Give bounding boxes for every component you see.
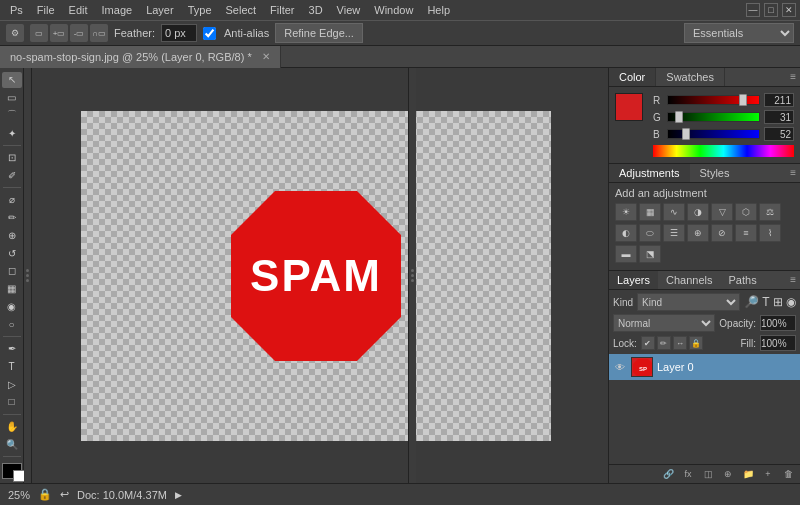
new-layer-btn[interactable]: + — [760, 467, 776, 481]
menu-help[interactable]: Help — [421, 2, 456, 18]
layers-icons[interactable]: 🔎 T ⊞ ◉ — [744, 295, 796, 309]
eraser-tool[interactable]: ◻ — [2, 263, 22, 279]
g-slider[interactable] — [667, 112, 760, 122]
posterize-adj-btn[interactable]: ≡ — [735, 224, 757, 242]
text-tool[interactable]: T — [2, 359, 22, 375]
eyedropper-tool[interactable]: ✐ — [2, 168, 22, 184]
feather-input[interactable] — [161, 24, 197, 42]
group-layers-btn[interactable]: 📁 — [740, 467, 756, 481]
background-color[interactable] — [13, 470, 25, 482]
lasso-tool[interactable]: ⌒ — [2, 108, 22, 124]
menu-ps[interactable]: Ps — [4, 2, 29, 18]
workspace-select[interactable]: Essentials — [684, 23, 794, 43]
selective-color-btn[interactable]: ⬔ — [639, 245, 661, 263]
brush-tool[interactable]: ✏ — [2, 210, 22, 226]
right-panel-handle[interactable] — [408, 68, 416, 483]
inter-select-icon[interactable]: ∩▭ — [90, 24, 108, 42]
adj-panel-menu[interactable]: ≡ — [786, 164, 800, 182]
add-select-icon[interactable]: +▭ — [50, 24, 68, 42]
crop-tool[interactable]: ⊡ — [2, 150, 22, 166]
foreground-color[interactable] — [2, 463, 22, 479]
tool-options-icon[interactable]: ⚙ — [6, 24, 24, 42]
color-preview-swatch[interactable] — [615, 93, 643, 121]
link-layers-btn[interactable]: 🔗 — [660, 467, 676, 481]
path-tool[interactable]: ▷ — [2, 376, 22, 392]
curves-adj-btn[interactable]: ∿ — [663, 203, 685, 221]
zoom-tool[interactable]: 🔍 — [2, 436, 22, 452]
healing-tool[interactable]: ⌀ — [2, 192, 22, 208]
sub-select-icon[interactable]: -▭ — [70, 24, 88, 42]
close-button[interactable]: ✕ — [782, 3, 796, 17]
r-value-input[interactable] — [764, 93, 794, 107]
minimize-button[interactable]: — — [746, 3, 760, 17]
paths-tab[interactable]: Paths — [721, 271, 765, 289]
color-lookup-btn[interactable]: ⊕ — [687, 224, 709, 242]
menu-window[interactable]: Window — [368, 2, 419, 18]
clone-tool[interactable]: ⊕ — [2, 228, 22, 244]
styles-tab[interactable]: Styles — [690, 164, 740, 182]
invert-adj-btn[interactable]: ⊘ — [711, 224, 733, 242]
menu-image[interactable]: Image — [96, 2, 139, 18]
blur-tool[interactable]: ◉ — [2, 299, 22, 315]
menu-edit[interactable]: Edit — [63, 2, 94, 18]
history-tool[interactable]: ↺ — [2, 245, 22, 261]
gradient-map-btn[interactable]: ▬ — [615, 245, 637, 263]
blend-mode-select[interactable]: Normal — [613, 314, 715, 332]
document-tab[interactable]: no-spam-stop-sign.jpg @ 25% (Layer 0, RG… — [0, 46, 281, 68]
maximize-button[interactable]: □ — [764, 3, 778, 17]
lock-brush-btn[interactable]: ✏ — [657, 336, 671, 350]
pen-tool[interactable]: ✒ — [2, 341, 22, 357]
mixer-adj-btn[interactable]: ☰ — [663, 224, 685, 242]
opacity-input[interactable] — [760, 315, 796, 331]
menu-type[interactable]: Type — [182, 2, 218, 18]
lock-pixel-btn[interactable]: ✔ — [641, 336, 655, 350]
swatches-tab[interactable]: Swatches — [656, 68, 725, 86]
dodge-tool[interactable]: ○ — [2, 316, 22, 332]
exposure-adj-btn[interactable]: ◑ — [687, 203, 709, 221]
levels-adj-btn[interactable]: ▦ — [639, 203, 661, 221]
kind-select[interactable]: Kind — [637, 293, 740, 311]
b-value-input[interactable] — [764, 127, 794, 141]
layer-mask-btn[interactable]: ◫ — [700, 467, 716, 481]
tab-close-button[interactable]: ✕ — [262, 51, 270, 62]
move-tool[interactable]: ↖ — [2, 72, 22, 88]
layer-item[interactable]: 👁 SP Layer 0 — [609, 354, 800, 380]
hsl-adj-btn[interactable]: ⬡ — [735, 203, 757, 221]
lock-all-btn[interactable]: 🔒 — [689, 336, 703, 350]
status-arrow-btn[interactable]: ▶ — [175, 490, 182, 500]
hand-tool[interactable]: ✋ — [2, 419, 22, 435]
vibrance-adj-btn[interactable]: ▽ — [711, 203, 733, 221]
menu-3d[interactable]: 3D — [303, 2, 329, 18]
channels-tab[interactable]: Channels — [658, 271, 720, 289]
brightness-adj-btn[interactable]: ☀ — [615, 203, 637, 221]
layers-tab[interactable]: Layers — [609, 271, 658, 289]
color-panel-menu[interactable]: ≡ — [786, 68, 800, 86]
layers-panel-menu[interactable]: ≡ — [786, 271, 800, 289]
menu-layer[interactable]: Layer — [140, 2, 180, 18]
bw-adj-btn[interactable]: ◐ — [615, 224, 637, 242]
refine-edge-button[interactable]: Refine Edge... — [275, 23, 363, 43]
gradient-tool[interactable]: ▦ — [2, 281, 22, 297]
adjustments-tab[interactable]: Adjustments — [609, 164, 690, 182]
lock-move-btn[interactable]: ↔ — [673, 336, 687, 350]
menu-view[interactable]: View — [331, 2, 367, 18]
photo-adj-btn[interactable]: ⬭ — [639, 224, 661, 242]
adjustment-layer-btn[interactable]: ⊕ — [720, 467, 736, 481]
color-spectrum[interactable] — [653, 145, 794, 157]
layer-style-btn[interactable]: fx — [680, 467, 696, 481]
left-panel-handle[interactable] — [24, 68, 32, 483]
canvas-area[interactable]: SPAM — [24, 68, 608, 483]
layer-visibility-toggle[interactable]: 👁 — [613, 360, 627, 374]
rect-select-icon[interactable]: ▭ — [30, 24, 48, 42]
shape-tool[interactable]: □ — [2, 394, 22, 410]
r-slider[interactable] — [667, 95, 760, 105]
menu-file[interactable]: File — [31, 2, 61, 18]
magic-wand-tool[interactable]: ✦ — [2, 125, 22, 141]
menu-filter[interactable]: Filter — [264, 2, 300, 18]
color-tab[interactable]: Color — [609, 68, 656, 86]
colorbalance-adj-btn[interactable]: ⚖ — [759, 203, 781, 221]
fill-input[interactable] — [760, 335, 796, 351]
anti-alias-checkbox[interactable] — [203, 27, 216, 40]
delete-layer-btn[interactable]: 🗑 — [780, 467, 796, 481]
b-slider[interactable] — [667, 129, 760, 139]
